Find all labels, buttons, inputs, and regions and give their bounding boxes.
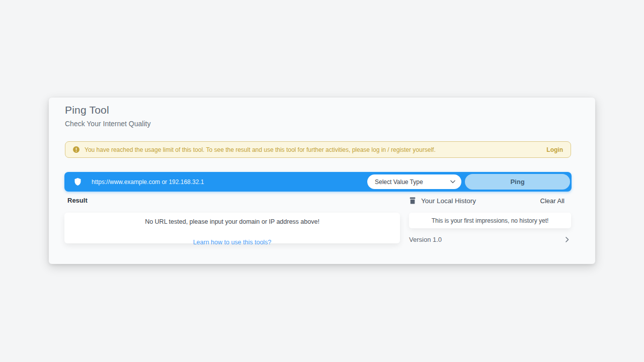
chevron-right-icon [566, 237, 569, 242]
history-card: This is your first impressions, no histo… [409, 213, 571, 228]
history-panel: Your Local History Clear All This is you… [409, 196, 571, 256]
page-title: Ping Tool [65, 104, 109, 116]
value-type-select-value: Select Value Type [375, 178, 423, 186]
result-card: No URL tested, please input your domain … [64, 213, 400, 243]
usage-limit-alert: You have reached the usage limit of this… [65, 141, 571, 158]
warning-icon [73, 146, 79, 153]
archive-icon [409, 197, 416, 205]
login-link[interactable]: Login [546, 146, 563, 153]
ping-button[interactable]: Ping [465, 174, 570, 190]
ping-tool-card: Ping Tool Check Your Internet Quality Yo… [49, 98, 595, 264]
chevron-down-icon [450, 180, 455, 184]
value-type-select[interactable]: Select Value Type [367, 174, 461, 189]
version-label: Version 1.0 [409, 236, 442, 243]
clear-all-button[interactable]: Clear All [540, 197, 565, 205]
history-header: Your Local History Clear All [409, 196, 571, 205]
history-empty-message: This is your first impressions, no histo… [432, 217, 549, 224]
result-heading: Result [67, 197, 88, 204]
ping-input-bar: Select Value Type Ping [64, 172, 572, 192]
alert-message: You have reached the usage limit of this… [85, 146, 436, 153]
page-subtitle: Check Your Internet Quality [65, 120, 150, 128]
version-row[interactable]: Version 1.0 [409, 234, 571, 244]
history-heading: Your Local History [421, 197, 476, 205]
help-link[interactable]: Learn how to use this tools? [193, 239, 272, 246]
url-input[interactable] [92, 172, 363, 192]
result-empty-message: No URL tested, please input your domain … [64, 218, 400, 225]
shield-icon [73, 176, 82, 187]
